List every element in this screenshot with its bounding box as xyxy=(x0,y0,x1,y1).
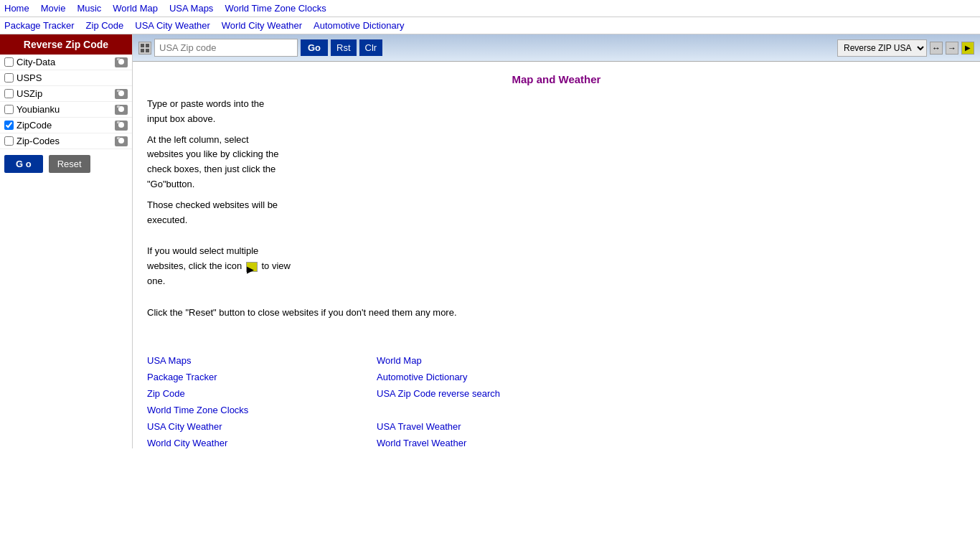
link-world-map[interactable]: World Map xyxy=(377,355,578,366)
instructions-para-3: Those checked websites will beexecuted. xyxy=(147,198,966,228)
nav-world-city-weather[interactable]: World City Weather xyxy=(222,20,302,31)
checkbox-youbianku[interactable] xyxy=(4,105,14,114)
sidebar-item-zipcode: ZipCode xyxy=(0,118,132,133)
sidebar: Reverse Zip Code City-Data USPS USZip Yo… xyxy=(0,34,133,448)
checkbox-usps[interactable] xyxy=(4,73,14,83)
nav-automotive-dictionary[interactable]: Automotive Dictionary xyxy=(314,20,404,31)
sidebar-item-usps: USPS xyxy=(0,70,132,86)
top-navigation: Home Movie Music World Map USA Maps Worl… xyxy=(0,0,980,17)
camera-icon-zipcode xyxy=(115,121,128,131)
link-package-tracker[interactable]: Package Tracker xyxy=(147,372,348,382)
nav-home[interactable]: Home xyxy=(4,3,29,14)
camera-icon-uszip xyxy=(115,89,128,99)
svg-rect-0 xyxy=(141,44,144,47)
link-usa-maps[interactable]: USA Maps xyxy=(147,355,348,366)
second-navigation: Package Tracker Zip Code USA City Weathe… xyxy=(0,17,980,34)
checkbox-zipcode[interactable] xyxy=(4,121,14,130)
link-world-city-weather[interactable]: World City Weather xyxy=(147,438,348,448)
label-zip-codes[interactable]: Zip-Codes xyxy=(17,136,112,146)
search-clr-button[interactable]: Clr xyxy=(359,39,383,56)
links-grid: USA Maps World Map Package Tracker Autom… xyxy=(147,355,578,448)
instructions-para-4: If you would select multiplewebsites, cl… xyxy=(147,244,966,288)
label-usps[interactable]: USPS xyxy=(17,72,128,83)
main-title: Map and Weather xyxy=(147,73,966,85)
reset-button[interactable]: Reset xyxy=(49,155,90,173)
instructions-para-2: At the left column, selectwebsites you l… xyxy=(147,133,966,192)
link-usa-zip-reverse[interactable]: USA Zip Code reverse search xyxy=(377,388,578,399)
label-youbianku[interactable]: Youbianku xyxy=(17,104,112,115)
camera-icon-city-data xyxy=(115,57,128,67)
sidebar-item-zip-codes: Zip-Codes xyxy=(0,133,132,149)
grid-icon[interactable] xyxy=(138,42,151,55)
link-usa-travel-weather[interactable]: USA Travel Weather xyxy=(377,421,578,432)
link-world-time-zone[interactable]: World Time Zone Clocks xyxy=(147,405,348,415)
checkbox-uszip[interactable] xyxy=(4,89,14,98)
empty-cell xyxy=(377,405,578,415)
instructions-para-1: Type or paste words into theinput box ab… xyxy=(147,97,966,127)
label-zipcode[interactable]: ZipCode xyxy=(17,120,112,131)
main-content-area: Map and Weather Type or paste words into… xyxy=(133,62,980,338)
search-bar: Go Rst Clr Reverse ZIP USA ↔ → ▶ xyxy=(133,34,980,62)
links-section: USA Maps World Map Package Tracker Autom… xyxy=(133,355,980,448)
inline-arrow-icon: ▶ xyxy=(246,262,258,272)
search-dropdown[interactable]: Reverse ZIP USA xyxy=(837,39,927,57)
sidebar-item-youbianku: Youbianku xyxy=(0,102,132,118)
svg-rect-2 xyxy=(141,49,144,52)
link-usa-city-weather[interactable]: USA City Weather xyxy=(147,421,348,432)
go-button[interactable]: G o xyxy=(4,155,43,173)
nav-movie[interactable]: Movie xyxy=(41,3,66,14)
nav-usa-city-weather[interactable]: USA City Weather xyxy=(135,20,210,31)
content-area: Go Rst Clr Reverse ZIP USA ↔ → ▶ Map and… xyxy=(133,34,980,448)
camera-icon-youbianku xyxy=(115,105,128,115)
sidebar-buttons: G o Reset xyxy=(0,149,132,179)
sidebar-title: Reverse Zip Code xyxy=(0,34,132,55)
search-go-button[interactable]: Go xyxy=(301,39,328,56)
label-uszip[interactable]: USZip xyxy=(17,88,112,99)
link-world-travel-weather[interactable]: World Travel Weather xyxy=(377,438,578,448)
instructions-para-5: Click the "Reset" button to close websit… xyxy=(147,306,966,321)
nav-package-tracker[interactable]: Package Tracker xyxy=(4,20,75,31)
nav-world-map[interactable]: World Map xyxy=(113,3,158,14)
nav-left-arrow[interactable]: ↔ xyxy=(930,42,943,55)
nav-world-time-zone[interactable]: World Time Zone Clocks xyxy=(225,3,326,14)
sidebar-item-city-data: City-Data xyxy=(0,55,132,70)
main-layout: Reverse Zip Code City-Data USPS USZip Yo… xyxy=(0,34,980,448)
svg-rect-1 xyxy=(146,44,149,47)
checkbox-city-data[interactable] xyxy=(4,57,14,67)
nav-right-arrow[interactable]: → xyxy=(946,42,958,55)
nav-music[interactable]: Music xyxy=(77,3,101,14)
nav-zip-code[interactable]: Zip Code xyxy=(86,20,124,31)
link-zip-code[interactable]: Zip Code xyxy=(147,388,348,399)
search-rst-button[interactable]: Rst xyxy=(331,39,357,56)
sidebar-item-uszip: USZip xyxy=(0,86,132,102)
nav-yellow-icon[interactable]: ▶ xyxy=(961,42,974,55)
nav-usa-maps[interactable]: USA Maps xyxy=(169,3,213,14)
svg-rect-3 xyxy=(146,49,149,52)
link-automotive-dictionary[interactable]: Automotive Dictionary xyxy=(377,372,578,382)
zip-search-input[interactable] xyxy=(154,39,298,57)
checkbox-zip-codes[interactable] xyxy=(4,136,14,146)
label-city-data[interactable]: City-Data xyxy=(17,57,112,67)
camera-icon-zip-codes xyxy=(115,136,128,146)
